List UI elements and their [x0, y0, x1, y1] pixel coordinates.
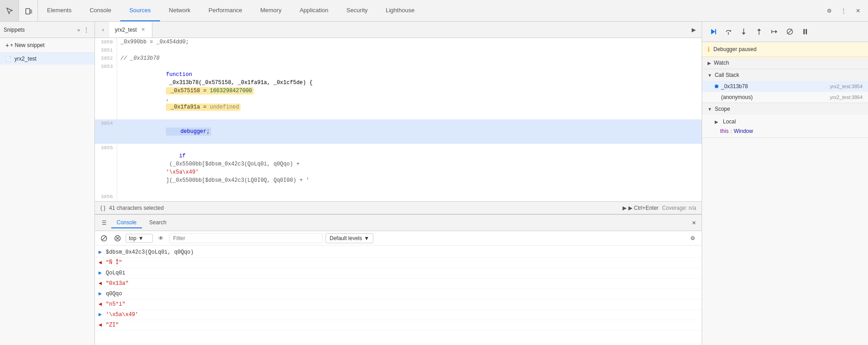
context-select[interactable]: top ▼: [126, 234, 153, 243]
deactivate-breakpoints-btn[interactable]: [783, 25, 796, 38]
top-tabs: Elements Console Sources Network Perform…: [38, 0, 823, 21]
run-snippet-btn[interactable]: ▶: [687, 24, 700, 36]
info-icon: ℹ: [708, 46, 710, 53]
snippets-collapse-btn[interactable]: »: [75, 26, 82, 33]
top-bar: Elements Console Sources Network Perform…: [0, 0, 868, 22]
console-text: "n5*i": [106, 300, 698, 308]
tab-lighthouse[interactable]: Lighthouse: [377, 0, 424, 21]
console-expand-icon[interactable]: ▶: [99, 269, 106, 277]
stop-console-btn[interactable]: [112, 233, 123, 244]
console-line: ◀ "ZI": [95, 320, 702, 331]
tab-performance[interactable]: Performance: [199, 0, 251, 21]
scope-local-arrow: [715, 119, 718, 124]
callstack-item-0x313b78[interactable]: _0x313b78 yrx2_test:3854: [702, 81, 868, 92]
clear-console-btn[interactable]: [99, 233, 109, 244]
more-icon-btn[interactable]: ⋮: [837, 5, 850, 17]
scope-section-header[interactable]: Scope: [702, 103, 868, 115]
levels-dropdown-btn[interactable]: Default levels ▼: [326, 233, 373, 243]
svg-rect-20: [803, 29, 805, 34]
call-location: yrx2_test:3864: [830, 95, 863, 100]
snippet-name: yrx2_test: [14, 56, 37, 62]
debugger-toolbar: [702, 22, 868, 42]
line-code: function _0x313b78(_0x575158, _0x1fa91a,…: [117, 62, 702, 119]
console-return-icon: ◀: [99, 321, 106, 329]
watch-arrow-icon: [708, 61, 711, 66]
editor-tab-close[interactable]: ✕: [140, 26, 146, 33]
pretty-print-btn[interactable]: { }: [100, 205, 105, 211]
console-expand-icon[interactable]: ▶: [99, 311, 106, 319]
new-snippet-btn[interactable]: + + New snippet: [0, 38, 94, 53]
pause-on-exceptions-btn[interactable]: [799, 25, 811, 38]
console-close-btn[interactable]: ✕: [690, 218, 698, 228]
line-number: 3856: [95, 193, 117, 201]
tab-security[interactable]: Security: [337, 0, 377, 21]
settings-icon-btn[interactable]: ⚙: [823, 5, 835, 17]
console-line: ▶ QoLq0i: [95, 268, 702, 279]
line-code: VWQQuv[ '\x6f\x4f\x61' + '\x68\x47' ](de…: [117, 193, 702, 201]
eye-icon-btn[interactable]: 👁: [156, 233, 166, 244]
svg-marker-7: [711, 29, 715, 34]
close-icon-btn[interactable]: ✕: [852, 5, 864, 17]
callstack-item-anonymous[interactable]: (anonymous) yrx2_test:3864: [702, 92, 868, 103]
svg-line-3: [102, 236, 106, 240]
tab-memory[interactable]: Memory: [251, 0, 291, 21]
line-number: 3853: [95, 62, 117, 119]
step-out-btn[interactable]: [753, 25, 765, 38]
console-settings-btn[interactable]: ⚙: [687, 233, 698, 244]
debugger-paused-label: Debugger paused: [713, 46, 756, 52]
tab-application[interactable]: Application: [291, 0, 338, 21]
tab-console-bottom[interactable]: Console: [111, 217, 142, 228]
call-fn-name: _0x313b78: [721, 83, 827, 90]
snippet-item-yrx2test[interactable]: 📄 yrx2_test: [0, 53, 94, 65]
levels-label: Default levels: [330, 235, 362, 241]
run-snippet-status-btn[interactable]: ▶ ▶ Ctrl+Enter: [623, 205, 659, 211]
editor-tab-yrx2test[interactable]: yrx2_test ✕: [109, 22, 152, 38]
line-code: // _0x313b78: [117, 54, 702, 62]
console-menu-icon[interactable]: ☰: [99, 217, 109, 228]
line-number: 3852: [95, 54, 117, 62]
console-expand-icon[interactable]: ▶: [99, 290, 106, 298]
scope-colon: :: [731, 128, 732, 134]
scope-content: Local this : Window: [702, 115, 868, 137]
scope-local-header[interactable]: Local: [702, 117, 868, 127]
device-icon-btn[interactable]: [19, 0, 38, 21]
call-fn-name: (anonymous): [721, 94, 827, 100]
svg-marker-14: [757, 28, 761, 31]
tab-elements[interactable]: Elements: [38, 0, 80, 21]
inspect-icon-btn[interactable]: [0, 0, 19, 21]
code-area[interactable]: 3850 _0x990bb = _0x454dd0; 3851 3852 // …: [95, 38, 702, 201]
snippets-more-btn[interactable]: ⋮: [82, 26, 91, 34]
callstack-section: Call Stack _0x313b78 yrx2_test:3854 (ano…: [702, 69, 868, 103]
tab-network[interactable]: Network: [160, 0, 200, 21]
line-code: debugger;: [117, 119, 702, 144]
step-into-btn[interactable]: [737, 25, 750, 38]
console-text: QoLq0i: [106, 269, 698, 277]
console-line: ▶ '\x5a\x49': [95, 310, 702, 320]
editor-nav-back[interactable]: ‹: [97, 24, 109, 36]
snippets-title: Snippets: [4, 27, 75, 33]
line-code: _0x990bb = _0x454dd0;: [117, 38, 702, 46]
console-expand-icon[interactable]: ▶: [99, 248, 106, 256]
svg-line-19: [788, 29, 792, 34]
tab-search-bottom[interactable]: Search: [144, 217, 172, 228]
watch-section-header[interactable]: Watch: [702, 57, 868, 69]
console-output[interactable]: ▶ $dbsm_0x42c3(QoLq0i, q0Qqo) ◀ "Ñ Î" ▶ …: [95, 246, 702, 345]
code-table: 3850 _0x990bb = _0x454dd0; 3851 3852 // …: [95, 38, 702, 201]
call-dot-icon: [715, 85, 718, 88]
step-btn[interactable]: [768, 25, 781, 38]
console-line: ◀ "n5*i": [95, 299, 702, 310]
scope-item-this: this : Window: [702, 127, 868, 136]
resume-btn[interactable]: [707, 25, 719, 38]
console-filter-input[interactable]: [169, 233, 323, 243]
coverage-label: Coverage: n/a: [662, 205, 696, 211]
tab-console[interactable]: Console: [80, 0, 120, 21]
step-over-btn[interactable]: [722, 25, 735, 38]
table-row: 3852 // _0x313b78: [95, 54, 702, 62]
callstack-section-header[interactable]: Call Stack: [702, 69, 868, 81]
debugger-paused-banner: ℹ Debugger paused: [702, 42, 868, 57]
tab-sources[interactable]: Sources: [120, 0, 160, 21]
line-code: [117, 46, 702, 54]
top-bar-right: ⚙ ⋮ ✕: [823, 0, 868, 21]
scope-key: this: [720, 128, 729, 134]
run-icon: ▶: [623, 205, 627, 211]
